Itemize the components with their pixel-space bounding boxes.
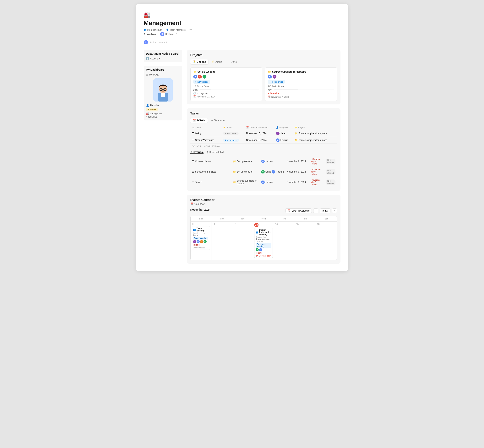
comment-row[interactable]: H Add a comment... [144, 40, 341, 44]
hourglass-icon: ⏳ [193, 60, 196, 63]
overdue-icon: ⊘ [190, 151, 193, 153]
user-tasks: 4 Tasks Left [146, 115, 180, 118]
open-calendar-button[interactable]: 📅 Open in Calendar [286, 208, 312, 213]
people-icon: 👥 [256, 231, 258, 233]
overdue-dot: ● [268, 92, 269, 95]
overdue-project: 📁 Source suppliers for laptops [233, 179, 258, 185]
projects-tabs: ⏳ Undone ⚡ Active ✓ Done [190, 59, 337, 64]
overdue-date: November 9, 2024 [285, 156, 308, 167]
table-row: ☰ Choose platform 📁 Set up Website [190, 156, 337, 167]
member-count-meta: 👥 Member count [144, 29, 162, 31]
active-icon: ⚡ [211, 60, 215, 63]
folder-icon: 📁 [295, 139, 298, 142]
tab-done[interactable]: ✓ Done [225, 59, 239, 64]
task-date: November 13, 2024 [245, 137, 274, 144]
prev-month-button[interactable]: ‹ [313, 208, 318, 213]
user-dept: 🏭 Management [146, 112, 180, 115]
tab-undone[interactable]: ⏳ Undone [190, 59, 208, 64]
tab-unscheduled[interactable]: ⟫ Unscheduled [207, 151, 224, 154]
person-icon: 👤 [146, 104, 149, 107]
today-button[interactable]: Today [320, 208, 330, 213]
table-row: ☰ Task x 📁 Source suppliers for laptops [190, 177, 337, 187]
tab-tomorrow[interactable]: → Tomorrow [208, 118, 227, 123]
progress-fill [274, 89, 298, 90]
tab-overdue[interactable]: ⊘ Overdue [190, 151, 204, 154]
day-header-fri: Fri [295, 216, 316, 222]
overdue-project: 📁 Set up Website [233, 170, 258, 173]
app-logo: 🏭 [144, 12, 341, 18]
comment-placeholder[interactable]: Add a comment... [149, 41, 169, 44]
clock-icon: 🕐 [193, 92, 196, 95]
avatar-hashim: H [272, 170, 275, 174]
task-icon: ☰ [192, 132, 194, 135]
project-cell: 📁 Source suppliers for laptops [295, 132, 335, 135]
user-name: Hashim [150, 104, 159, 107]
check-icon: ✓ [228, 60, 230, 63]
day-header-sat: Sat [316, 216, 337, 222]
svg-rect-1 [161, 93, 165, 97]
complete-label: COMPLETE 0% [204, 145, 219, 147]
task-icon: ☰ [192, 181, 194, 184]
days-left: 🕐 10 Days Left [193, 92, 259, 95]
avatar: E [200, 240, 203, 243]
avatar: J [193, 240, 196, 243]
calendar-icon: 📅 [268, 96, 271, 98]
col-assignee: 👤 Assignee [274, 125, 293, 130]
unscheduled-icon: ⟫ [207, 151, 208, 154]
status-pill: Not started [326, 159, 336, 164]
project-date: 📅 November 7, 2024 [268, 96, 334, 98]
avatar-hashim: H [268, 75, 272, 79]
dot [225, 133, 226, 134]
avatar-dave: D [198, 75, 202, 79]
next-month-button[interactable]: › [332, 208, 337, 213]
task-name-cell: ☰ Set up Warehouse [190, 137, 222, 144]
task-date: November 13, 2024 [245, 130, 274, 137]
status-pill: Not started [326, 179, 336, 185]
meeting-today-status: 📅 Meeting Today [256, 255, 271, 257]
calendar-event-team-meeting[interactable]: 👥 Team Meeting Introduction to Team Team… [192, 226, 210, 250]
dot [225, 140, 226, 141]
info-icon: ℹ️ [146, 57, 149, 60]
tab-active[interactable]: ⚡ Active [209, 59, 225, 64]
dept-icon: 🏭 [146, 112, 149, 115]
assignee-cell: H Hashim [276, 138, 292, 142]
tab-today[interactable]: 📅 TODAY [190, 118, 208, 123]
svg-point-6 [161, 89, 162, 90]
cal-date: 15 [296, 223, 314, 225]
recent-button[interactable]: ℹ️ Recent ▾ [146, 57, 180, 60]
dashboard-section: My Dashboard ⊞ My Page [144, 66, 182, 120]
comment-avatar: H [144, 40, 148, 44]
cal-cell-11: 11 [211, 222, 232, 260]
avatar-hashim: H [193, 75, 197, 79]
progress-row: 40% [268, 88, 334, 91]
cal-cell-13: 13 👥 Design Philosophy Meeting Discuss t… [253, 222, 274, 260]
main-layout: Department Notice Board ℹ️ Recent ▾ My D… [144, 50, 341, 264]
task-icon: ☰ [192, 170, 194, 173]
assignee-cell: J Jade [276, 132, 292, 135]
task-icon: ☰ [192, 139, 194, 142]
cal-date: 16 [317, 223, 336, 225]
avatar: J [276, 132, 280, 135]
status-pill: Not started [223, 132, 239, 135]
notice-board: Department Notice Board ℹ️ Recent ▾ [144, 50, 182, 62]
status-dot: ● [269, 81, 271, 83]
my-page-item[interactable]: ⊞ My Page [146, 73, 180, 76]
calendar-icon: 📅 [256, 255, 258, 257]
project-team-avatars: H J [268, 75, 334, 79]
avatar: H [261, 160, 265, 163]
more-options-icon[interactable]: ••• [189, 29, 192, 31]
table-row: ☰ task y Not started November 13, 2 [190, 130, 337, 137]
member-count-label: Member count [147, 29, 162, 31]
page-title: Management [144, 19, 341, 27]
people-icon: 👥 [193, 228, 196, 231]
avatar: H [259, 248, 262, 251]
project-date: 📅 November 23, 2024 [193, 95, 259, 98]
overdue-label: ● Overdue [268, 92, 334, 95]
members-count: 2 members [144, 33, 156, 36]
calendar-event-design-meeting[interactable]: 👥 Design Philosophy Meeting Discuss the … [254, 228, 273, 258]
col-project: 📁 Project [293, 125, 337, 130]
calendar-icon: 📅 [193, 119, 196, 122]
project-cell: 📁 Source suppliers for laptops [295, 139, 335, 142]
folder-icon: 📁 [268, 70, 271, 73]
avatar: C [203, 240, 207, 243]
